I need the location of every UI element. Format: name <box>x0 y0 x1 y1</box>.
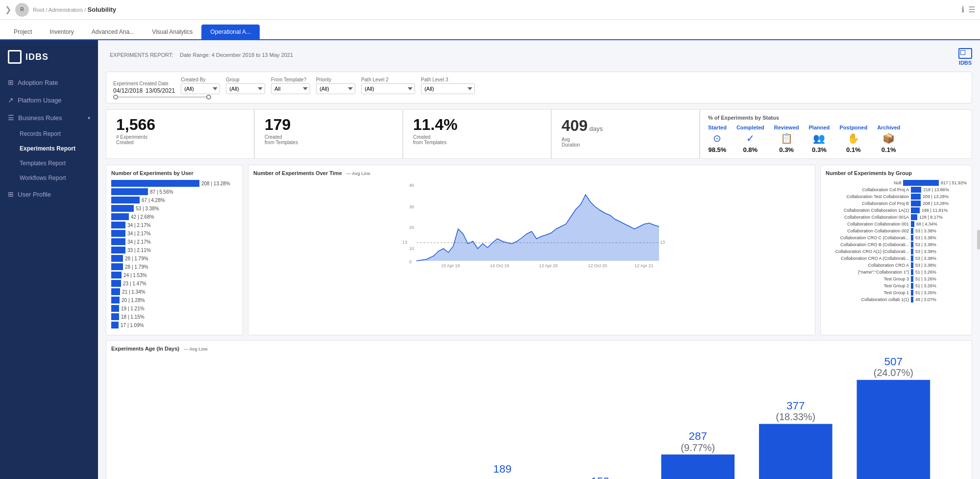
hbar-row: Collaboration CRO B (Collaborati...53 | … <box>826 242 967 248</box>
sidebar-item-business-rules[interactable]: ☰ Business Rules ▾ <box>0 109 98 126</box>
bar-label: 67 | 4.28% <box>142 198 165 203</box>
hbar-fill <box>911 283 913 289</box>
bar-fill <box>111 280 121 287</box>
bar-fill <box>111 222 125 228</box>
hbar-val: 218 | 13.86% <box>923 187 949 192</box>
age-chart-title: Experiments Age (In Days) --- Avg Line <box>111 346 967 352</box>
svg-text:12 Oct 20: 12 Oct 20 <box>588 263 607 268</box>
hbar-name: {"name":"Collaboration 1"} <box>826 270 909 275</box>
sidebar-item-label: Platform Usage <box>18 97 62 104</box>
filter-path-level3-select[interactable]: (All) <box>421 83 475 94</box>
svg-text:13: 13 <box>402 240 407 245</box>
slider-right-handle[interactable] <box>206 95 211 100</box>
status-completed-label[interactable]: Completed <box>736 125 764 130</box>
sidebar-item-platform-usage[interactable]: ↗ Platform Usage <box>0 91 98 109</box>
filter-created-by-label: Created By <box>181 77 220 82</box>
tab-inventory[interactable]: Inventory <box>41 25 82 39</box>
age-chart: Experiments Age (In Days) --- Avg Line 1… <box>106 340 972 479</box>
status-completed-pct: 0.8% <box>736 146 764 153</box>
sidebar-sub-experiments-report[interactable]: Experiments Report <box>0 141 98 156</box>
hbar-row: Collaboration Collaboration 00253 | 3.38… <box>826 228 967 234</box>
over-time-chart: Number of Experiments Over Time — Avg Li… <box>248 165 815 335</box>
hbar-val: 48 | 3.07% <box>915 297 936 302</box>
tab-advanced-ana[interactable]: Advanced Ana... <box>83 25 143 39</box>
hbar-row: Test Group 151 | 3.26% <box>826 290 967 296</box>
hbar-row: Collaboration Collaboration 00168 | 4.34… <box>826 221 967 227</box>
bar-row: 208 | 13.28% <box>111 180 238 187</box>
hbar-val: 53 | 3.38% <box>915 263 936 268</box>
top-bar: ❯ R Root / Administrators / Solubility ℹ… <box>0 0 980 20</box>
filter-slider <box>113 96 965 98</box>
bar-label: 23 | 1.47% <box>123 281 147 286</box>
hbar-name: Test Group 3 <box>826 277 909 281</box>
bar-fill <box>111 255 123 262</box>
info-icon[interactable]: ℹ <box>961 5 964 14</box>
nav-tabs: Project Inventory Advanced Ana... Visual… <box>0 20 980 40</box>
svg-text:(18.33%): (18.33%) <box>776 411 815 422</box>
tab-visual-analytics[interactable]: Visual Analytics <box>143 25 201 39</box>
sidebar-item-user-profile[interactable]: ⊞ User Profile <box>0 185 98 203</box>
bar-fill <box>111 263 123 270</box>
sidebar-sub-templates-report[interactable]: Templates Report <box>0 156 98 171</box>
filter-priority-label: Priority <box>316 77 355 82</box>
status-archived-label[interactable]: Archived <box>877 125 900 130</box>
arrow-icon: ↗ <box>8 96 14 104</box>
grid-icon: ⊞ <box>8 78 14 86</box>
hbar-val: 817 | 51.92% <box>941 180 967 185</box>
filter-priority-select[interactable]: (All) <box>316 83 355 94</box>
logo-icon <box>8 50 22 64</box>
hbar-fill <box>911 262 913 268</box>
breadcrumb: Root / Administrators / Solubility <box>33 6 116 13</box>
report-title: EXPERIMENTS REPORT: Date Range: 4 Decemb… <box>106 48 293 59</box>
filter-group: Group (All) <box>226 77 265 94</box>
hbar-row: Test Group 351 | 3.26% <box>826 276 967 282</box>
logo-text: IDBS <box>25 52 49 62</box>
sidebar-item-label: Adoption Rate <box>18 79 58 86</box>
hbar-name: Collaboration CRO B (Collaborati... <box>826 242 909 247</box>
hbar-fill <box>911 228 913 234</box>
stat-experiments-created: 1,566 # Experiments Created <box>106 109 254 159</box>
svg-text:(9.77%): (9.77%) <box>681 442 715 453</box>
bar-row: 24 | 1.53% <box>111 272 238 278</box>
tab-project[interactable]: Project <box>5 25 41 39</box>
slider-track[interactable] <box>113 96 211 98</box>
sidebar-sub-records-report[interactable]: Records Report <box>0 126 98 141</box>
bar-row: 21 | 1.34% <box>111 288 238 295</box>
hbar-row: Collaboration Col Proj A218 | 13.86% <box>826 187 967 193</box>
stat-number: 11.4% <box>413 117 541 132</box>
filter-path-level2-select[interactable]: (All) <box>361 83 415 94</box>
over-time-svg: 40 30 20 10 0 13 13 15 Apr 19 14 Oct 19 … <box>253 180 810 268</box>
bar-label: 18 | 1.15% <box>121 314 145 320</box>
sidebar-item-label: Business Rules <box>18 114 62 122</box>
hbar-name: Collaboration Test Collaboration <box>826 194 909 199</box>
status-postponed-pct: 0.1% <box>839 146 867 153</box>
hbar-val: 51 | 3.26% <box>915 283 936 288</box>
filter-group-select[interactable]: (All) <box>226 83 265 94</box>
bar-fill <box>111 288 120 295</box>
stat-avg-duration: 409 days Avg Duration <box>551 109 700 159</box>
hbar-fill <box>911 290 913 296</box>
over-time-chart-title: Number of Experiments Over Time — Avg Li… <box>253 170 810 176</box>
charts-row: Number of Experiments by User 208 | 13.2… <box>106 165 972 335</box>
sidebar-item-adoption-rate[interactable]: ⊞ Adoption Rate <box>0 74 98 91</box>
status-started-pct: 98.5% <box>708 146 727 153</box>
status-panel: % of Experiments by Status Started ⊙ 98.… <box>700 109 972 159</box>
hbar-row: Null817 | 51.92% <box>826 180 967 186</box>
bar-label: 208 | 13.28% <box>201 181 230 186</box>
hbar-fill <box>911 242 913 248</box>
status-reviewed-label[interactable]: Reviewed <box>774 125 799 130</box>
menu-icon[interactable]: ☰ <box>968 5 975 14</box>
nav-arrow-icon[interactable]: ❯ <box>5 5 11 14</box>
report-header: EXPERIMENTS REPORT: Date Range: 4 Decemb… <box>106 48 972 66</box>
slider-left-handle[interactable] <box>113 95 118 100</box>
status-planned-label[interactable]: Planned <box>809 125 830 130</box>
report-title-block: EXPERIMENTS REPORT: Date Range: 4 Decemb… <box>106 48 293 59</box>
tab-operational-a[interactable]: Operational A... <box>201 25 260 39</box>
status-started-label[interactable]: Started <box>708 125 727 130</box>
sidebar-sub-workflows-report[interactable]: Workflows Report <box>0 171 98 185</box>
svg-text:14 Oct 19: 14 Oct 19 <box>490 263 509 268</box>
status-postponed-label[interactable]: Postponed <box>839 125 867 130</box>
filter-from-template-select[interactable]: All <box>271 83 310 94</box>
hbar-name: Collaboration collab 1(1) <box>826 297 909 302</box>
filter-created-by-select[interactable]: (All) <box>181 83 220 94</box>
